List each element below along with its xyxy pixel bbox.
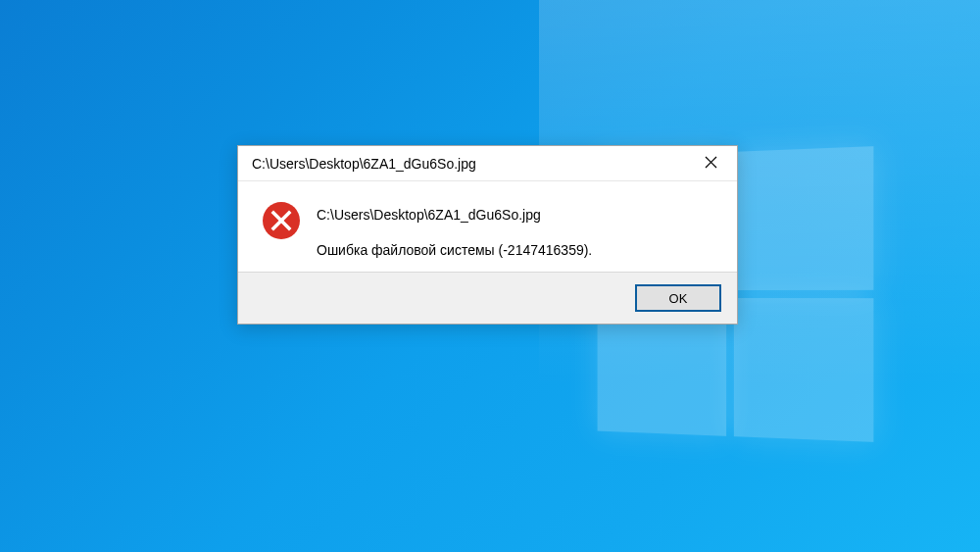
error-dialog: C:\Users\Desktop\6ZA1_dGu6So.jpg C:\User…: [237, 145, 738, 325]
dialog-error-text: Ошибка файловой системы (-2147416359).: [317, 242, 592, 258]
dialog-message-path: C:\Users\Desktop\6ZA1_dGu6So.jpg: [317, 207, 592, 223]
ok-button[interactable]: OK: [635, 284, 721, 312]
dialog-body: C:\Users\Desktop\6ZA1_dGu6So.jpg Ошибка …: [238, 181, 737, 272]
dialog-title: C:\Users\Desktop\6ZA1_dGu6So.jpg: [252, 156, 476, 172]
dialog-titlebar: C:\Users\Desktop\6ZA1_dGu6So.jpg: [238, 146, 737, 181]
dialog-button-row: OK: [238, 272, 737, 324]
dialog-message-block: C:\Users\Desktop\6ZA1_dGu6So.jpg Ошибка …: [317, 201, 592, 258]
error-icon: [262, 201, 301, 240]
close-button[interactable]: [688, 149, 733, 178]
close-icon: [705, 155, 717, 173]
